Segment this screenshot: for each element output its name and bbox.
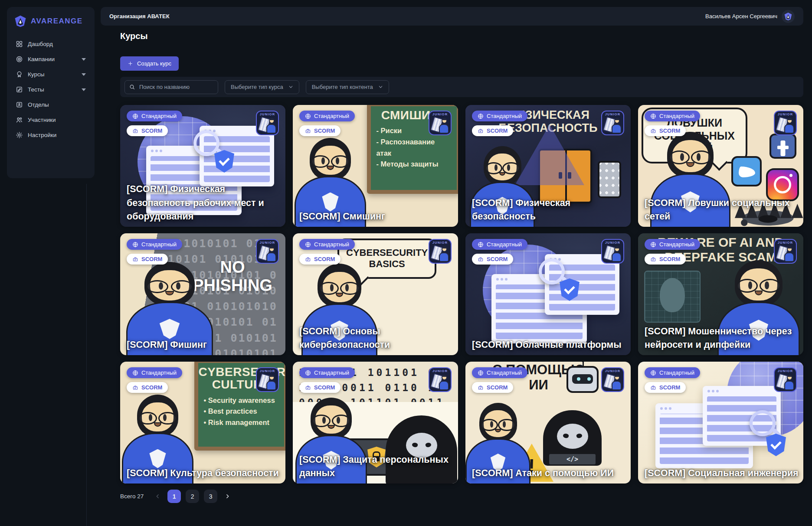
course-title: [SCORM] Социальная инженерия (645, 467, 799, 480)
junior-sticker: JUNIOR (601, 111, 624, 135)
globe-icon (132, 370, 138, 376)
junior-sticker-label: JUNIOR (775, 369, 796, 373)
course-type-badge: Стандартный (299, 239, 355, 250)
briefcase-icon (478, 128, 484, 134)
scorm-label: SCORM (141, 384, 162, 391)
course-type-label: Стандартный (141, 113, 177, 119)
departments-icon (16, 101, 23, 108)
brand[interactable]: AVAREANGE (12, 14, 89, 36)
briefcase-icon (478, 256, 484, 262)
pagination: Всего 27 123 (120, 490, 232, 503)
create-course-label: Создать курс (137, 60, 171, 67)
prev-page-button[interactable] (152, 490, 163, 503)
briefcase-icon (132, 128, 138, 134)
filter-bar: Выберите тип курса Выберите тип контента (120, 77, 803, 97)
user-menu[interactable]: Васильев Арсен Сергеевич (705, 10, 795, 23)
sidebar-item-tests[interactable]: Тесты (12, 82, 89, 97)
junior-sticker: JUNIOR (601, 367, 624, 392)
scorm-label: SCORM (314, 127, 335, 134)
course-type-label: Стандартный (314, 113, 349, 119)
page-button-3[interactable]: 3 (204, 490, 217, 503)
scorm-label: SCORM (314, 256, 335, 262)
app-root: AVAREANGE Дашборд Кампании Курсы Тесты О… (0, 0, 812, 526)
sidebar-item-label: Отделы (28, 101, 49, 108)
scorm-label: SCORM (487, 384, 508, 391)
chalkboard-bullet: • Best practices (203, 406, 279, 417)
sidebar-item-participants[interactable]: Участники (12, 112, 89, 127)
course-card-4[interactable]: ЛОВУШКИ СОЦИАЛЬНЫХ СЕТЕЙ (638, 105, 803, 227)
course-type-badge: Стандартный (645, 111, 700, 121)
course-card-10[interactable]: 1100011 101101 0011 100011 0110 1100011 … (293, 362, 458, 484)
globe-icon (305, 242, 311, 248)
junior-sticker: JUNIOR (429, 111, 452, 135)
search-input[interactable] (138, 83, 213, 91)
card-badges: Стандартный SCORM (472, 111, 527, 136)
sidebar-item-departments[interactable]: Отделы (12, 97, 89, 112)
briefcase-icon (132, 385, 138, 391)
course-card-1[interactable]: Стандартный SCORM JUNIOR [SCORM] Физичес… (120, 105, 285, 227)
briefcase-icon (650, 385, 656, 391)
scorm-badge: SCORM (645, 125, 686, 136)
course-card-3[interactable]: ФИЗИЧЕСКАЯ БЕЗОПАСНОСТЬ (465, 105, 631, 227)
course-card-6[interactable]: CYBERSECURITY BASICS (293, 233, 458, 355)
course-type-badge: Стандартный (127, 111, 182, 121)
tests-icon (16, 86, 23, 93)
course-title: [SCORM] Ловушки социальных сетей (645, 196, 799, 223)
chevron-left-icon (155, 493, 160, 499)
junior-sticker-label: JUNIOR (257, 112, 278, 116)
page-button-1[interactable]: 1 (167, 490, 181, 503)
card-badges: Стандартный SCORM (645, 111, 700, 136)
scorm-label: SCORM (487, 127, 508, 134)
course-title: [SCORM] Физическая безопасность (472, 196, 626, 223)
course-title: [SCORM] Защита персональных данных (299, 453, 454, 480)
course-card-5[interactable]: NO PHISHING 0101010101 0101010101 010101… (120, 233, 285, 355)
sidebar-item-campaigns[interactable]: Кампании (12, 52, 89, 67)
robot-icon (566, 366, 599, 393)
create-course-button[interactable]: Создать курс (120, 56, 179, 71)
avatar[interactable] (782, 10, 795, 23)
chevron-down-icon (82, 73, 86, 76)
globe-icon (650, 370, 656, 376)
sidebar-item-courses[interactable]: Курсы (12, 67, 89, 82)
course-type-label: Стандартный (487, 369, 522, 376)
course-card-11[interactable]: С ПОМОЩЬЮ ИИ (465, 362, 631, 484)
course-type-badge: Стандартный (472, 111, 527, 121)
facebook-icon (769, 134, 796, 159)
course-type-badge: Стандартный (299, 111, 355, 121)
course-card-9[interactable]: CYBERSECURITY CULTURE • Security awarene… (120, 362, 285, 484)
brand-name: AVAREANGE (31, 17, 83, 26)
course-type-label: Стандартный (314, 369, 349, 376)
total-count: Всего 27 (120, 493, 144, 500)
course-title: [SCORM] Атаки с помощью ИИ (472, 467, 626, 480)
magnifier-art (539, 258, 565, 284)
next-page-button[interactable] (222, 490, 232, 503)
search-box[interactable] (124, 80, 218, 94)
junior-sticker-label: JUNIOR (602, 369, 623, 373)
course-title: [SCORM] Фишинг (127, 338, 281, 352)
sidebar-item-dashboard[interactable]: Дашборд (12, 36, 89, 52)
course-card-2[interactable]: СМИШИНГ - Риски- Распознавание атак- Мет… (293, 105, 458, 227)
code-label: </> (566, 455, 578, 463)
course-card-7[interactable]: Стандартный SCORM JUNIOR [SCORM] Облачны… (465, 233, 631, 355)
course-type-label: Стандартный (659, 241, 694, 248)
scorm-label: SCORM (141, 127, 162, 134)
globe-icon (478, 370, 484, 376)
course-type-label: Стандартный (141, 369, 177, 376)
course-type-select[interactable]: Выберите тип курса (225, 80, 299, 94)
page-button-2[interactable]: 2 (186, 490, 199, 503)
sidebar-item-settings[interactable]: Настройки (12, 127, 89, 143)
content-type-select[interactable]: Выберите тип контента (306, 80, 389, 94)
chalkboard-bullet: • Security awareness (203, 395, 279, 406)
course-type-label: Стандартный (659, 369, 694, 376)
participants-icon (16, 116, 23, 124)
globe-icon (132, 242, 138, 248)
sidebar-item-label: Кампании (28, 56, 55, 62)
brand-logo-icon (14, 15, 27, 28)
magnifier-art (193, 130, 219, 156)
chalkboard-bullet: • Risk management (203, 417, 279, 428)
junior-sticker-label: JUNIOR (429, 241, 451, 245)
course-grid: Стандартный SCORM JUNIOR [SCORM] Физичес… (120, 105, 803, 484)
course-title: [SCORM] Основы кибербезопасности (299, 325, 454, 352)
course-card-8[interactable]: BEWARE OF AI AND DEEPFAKE SCAM (638, 233, 803, 355)
course-card-12[interactable]: Стандартный SCORM JUNIOR [SCORM] Социаль… (638, 362, 803, 484)
